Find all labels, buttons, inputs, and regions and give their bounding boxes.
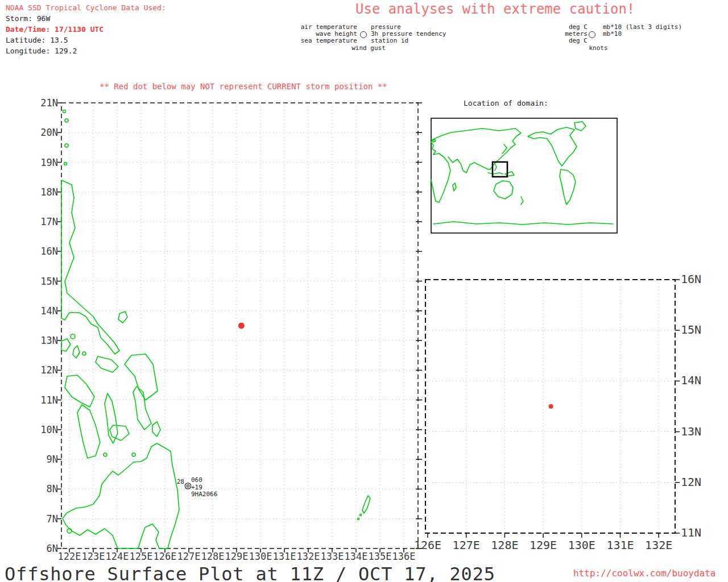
world-inset-frame [431, 118, 617, 233]
inset-lat-label: 15N [681, 323, 716, 337]
inset-lon-label: 128E [489, 539, 520, 552]
main-lon-label: 135E [367, 551, 393, 562]
main-lat-label: 12N [32, 364, 58, 376]
station-plot-icon [185, 483, 191, 489]
main-lon-label: 126E [152, 551, 178, 562]
main-lat-label: 18N [32, 186, 58, 198]
main-lon-label: 132E [295, 551, 321, 562]
storm-dot-main [238, 323, 245, 329]
inset-lat-label: 16N [681, 273, 716, 286]
inset-lon-label: 127E [451, 539, 482, 552]
main-lon-label: 122E [56, 551, 82, 562]
inset-lon-label: 129E [528, 539, 559, 552]
main-lat-label: 17N [32, 216, 58, 227]
inset-lon-label: 131E [605, 539, 636, 552]
inset-lat-label: 12N [681, 476, 716, 489]
inset-lat-label: 13N [681, 425, 716, 439]
main-lat-label: 14N [32, 305, 58, 317]
inset-lat-label: 11N [681, 526, 716, 540]
main-lat-label: 21N [32, 97, 58, 109]
inset-lon-label: 130E [566, 539, 597, 552]
map-graphics [0, 0, 728, 582]
main-lon-label: 136E [391, 551, 417, 562]
main-lat-label: 20N [32, 127, 58, 138]
main-lat-label: 9N [32, 454, 58, 465]
main-lat-label: 13N [32, 335, 58, 346]
main-lon-label: 123E [80, 551, 106, 562]
main-lon-label: 125E [128, 551, 154, 562]
main-lon-label: 134E [343, 551, 369, 562]
page-title: Offshore Surface Plot at 11Z / OCT 17, 2… [5, 564, 495, 582]
station-air-temp-value: 28 [168, 479, 184, 486]
inset-lat-label: 14N [681, 374, 716, 388]
storm-dot-inset [549, 404, 553, 409]
main-lat-label: 8N [32, 483, 58, 494]
main-lat-label: 10N [32, 424, 58, 435]
main-lon-label: 130E [247, 551, 274, 562]
main-lat-label: 11N [32, 394, 58, 406]
main-lat-label: 7N [32, 513, 58, 525]
buoy-plot-page: NOAA SSD Tropical Cyclone Data Used: Sto… [0, 0, 728, 582]
main-lon-label: 127E [176, 551, 202, 562]
main-lat-label: 15N [32, 276, 58, 287]
main-lat-label: 16N [32, 246, 58, 257]
main-lon-label: 128E [200, 551, 226, 562]
source-url-link[interactable]: http://coolwx.com/buoydata [573, 568, 715, 579]
main-lon-label: 129E [224, 551, 250, 562]
main-lat-label: 19N [32, 157, 58, 168]
inset-lon-label: 132E [643, 539, 674, 552]
main-lon-label: 131E [271, 551, 297, 562]
station-id-value: 9HA2066 [191, 491, 217, 498]
main-lon-label: 124E [104, 551, 130, 562]
main-lat-label: 6N [32, 543, 58, 554]
inset-lon-label: 126E [412, 539, 443, 552]
main-lon-label: 133E [319, 551, 345, 562]
